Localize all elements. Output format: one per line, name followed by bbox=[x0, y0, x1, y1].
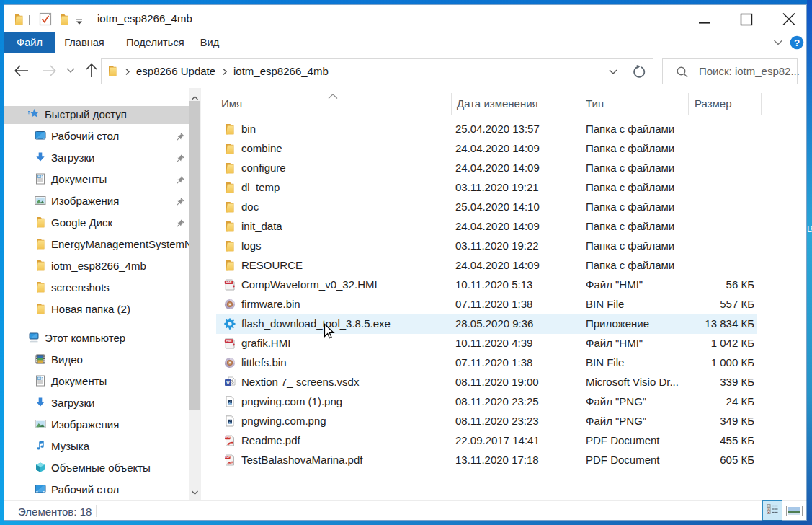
svg-text:?: ? bbox=[794, 38, 800, 48]
